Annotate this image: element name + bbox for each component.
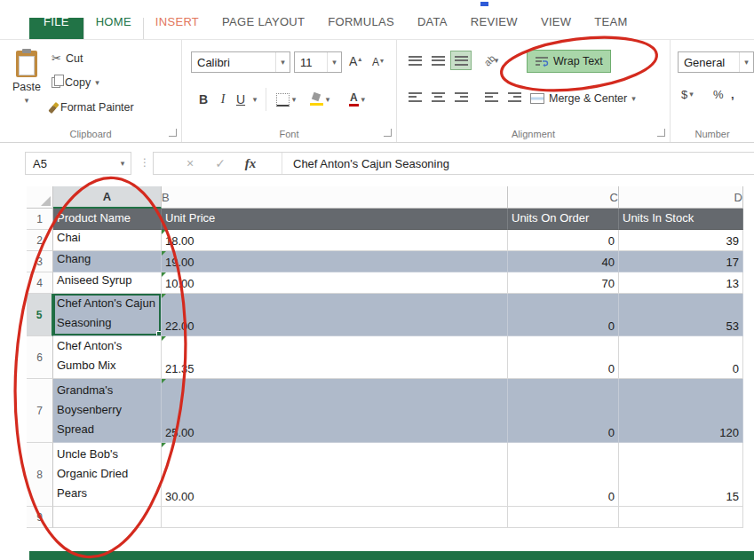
number-format-select[interactable]: General ▾ bbox=[678, 51, 754, 73]
align-right-button[interactable] bbox=[450, 87, 472, 106]
cell-c8[interactable]: 0 bbox=[508, 443, 619, 507]
fill-color-dropdown-arrow-icon[interactable]: ▾ bbox=[326, 96, 330, 104]
cell-d1[interactable]: Units In Stock bbox=[619, 209, 743, 230]
row-header-8[interactable]: 8 bbox=[27, 443, 53, 507]
underline-dropdown-arrow-icon[interactable]: ▾ bbox=[253, 96, 258, 104]
shrink-font-button[interactable]: A ▾ bbox=[372, 56, 384, 68]
currency-format-button[interactable]: $ ▾ bbox=[681, 88, 694, 101]
alignment-dialog-launcher-icon[interactable] bbox=[657, 129, 665, 137]
format-painter-button[interactable]: Format Painter bbox=[52, 101, 134, 114]
tab-formulas[interactable]: FORMULAS bbox=[316, 18, 406, 39]
cancel-button[interactable]: × bbox=[175, 156, 205, 170]
tab-team[interactable]: TEAM bbox=[583, 18, 639, 39]
cell-d3[interactable]: 17 bbox=[619, 251, 743, 272]
name-box[interactable]: A5 ▾ bbox=[25, 152, 131, 175]
tab-page-layout[interactable]: PAGE LAYOUT bbox=[210, 18, 316, 39]
cell-d4[interactable]: 13 bbox=[619, 272, 743, 294]
align-middle-button[interactable] bbox=[427, 51, 448, 70]
cell-d8[interactable]: 15 bbox=[619, 443, 743, 507]
tab-home[interactable]: HOME bbox=[83, 18, 144, 39]
paste-button[interactable]: Paste ▾ bbox=[5, 47, 48, 129]
clipboard-dialog-launcher-icon[interactable] bbox=[169, 129, 177, 137]
currency-dropdown-arrow-icon[interactable]: ▾ bbox=[689, 91, 694, 99]
cell-d7[interactable]: 120 bbox=[619, 379, 743, 443]
cell-c3[interactable]: 40 bbox=[508, 251, 619, 272]
font-name-dropdown-arrow-icon[interactable]: ▾ bbox=[281, 59, 285, 67]
row-header-6[interactable]: 6 bbox=[27, 336, 53, 379]
cell-a2[interactable]: Chai bbox=[53, 230, 162, 251]
cell-a1[interactable]: Product Name bbox=[53, 209, 162, 230]
cell-b2[interactable]: 18.00 bbox=[162, 230, 508, 251]
borders-dropdown-arrow-icon[interactable]: ▾ bbox=[292, 96, 297, 104]
cell-c4[interactable]: 70 bbox=[508, 272, 619, 294]
cut-button[interactable]: ✂ Cut bbox=[52, 51, 83, 65]
paste-dropdown-arrow-icon[interactable]: ▾ bbox=[25, 97, 29, 105]
cell-c9[interactable] bbox=[508, 507, 619, 528]
copy-dropdown-arrow-icon[interactable]: ▾ bbox=[95, 79, 99, 87]
cell-a6[interactable]: Chef Anton's Gumbo Mix bbox=[53, 336, 162, 379]
tab-view[interactable]: VIEW bbox=[529, 18, 583, 39]
tab-data[interactable]: DATA bbox=[406, 18, 459, 39]
decrease-indent-button[interactable] bbox=[480, 87, 502, 106]
column-header-c[interactable]: C bbox=[508, 186, 619, 209]
cell-c7[interactable]: 0 bbox=[508, 379, 619, 443]
grow-font-button[interactable]: A ▴ bbox=[349, 54, 361, 68]
cell-b1[interactable]: Unit Price bbox=[162, 209, 508, 230]
cell-a7[interactable]: Grandma's Boysenberry Spread bbox=[53, 379, 162, 443]
merge-center-button[interactable]: Merge & Center ▾ bbox=[527, 87, 639, 110]
cell-c5[interactable]: 0 bbox=[508, 294, 619, 336]
row-header-4[interactable]: 4 bbox=[27, 272, 53, 294]
font-color-button[interactable]: A ▾ bbox=[342, 88, 372, 111]
cell-c2[interactable]: 0 bbox=[508, 230, 619, 251]
font-name-select[interactable]: Calibri ▾ bbox=[191, 51, 290, 73]
font-size-dropdown-arrow-icon[interactable]: ▾ bbox=[332, 59, 337, 67]
cell-c1[interactable]: Units On Order bbox=[508, 209, 619, 230]
cell-c6[interactable]: 0 bbox=[508, 336, 619, 379]
align-left-button[interactable] bbox=[404, 87, 425, 106]
cell-d9[interactable] bbox=[619, 507, 743, 528]
underline-button[interactable]: U bbox=[234, 88, 248, 111]
insert-function-button[interactable]: fx bbox=[235, 156, 266, 171]
merge-center-dropdown-arrow-icon[interactable]: ▾ bbox=[631, 95, 636, 103]
cell-d6[interactable]: 0 bbox=[619, 336, 743, 379]
formula-bar-grip-icon[interactable]: ⋮ bbox=[139, 156, 150, 169]
borders-button[interactable]: ▾ bbox=[273, 88, 299, 111]
tab-review[interactable]: REVIEW bbox=[459, 18, 529, 39]
align-bottom-button[interactable] bbox=[450, 51, 472, 70]
font-dialog-launcher-icon[interactable] bbox=[384, 129, 392, 137]
cell-b4[interactable]: 10.00 bbox=[162, 272, 508, 294]
wrap-text-button[interactable]: Wrap Text bbox=[527, 50, 611, 73]
bold-button[interactable]: B bbox=[194, 88, 212, 111]
fill-handle[interactable] bbox=[156, 331, 161, 335]
cell-a8[interactable]: Uncle Bob's Organic Dried Pears bbox=[53, 443, 162, 507]
formula-input[interactable]: Chef Anton's Cajun Seasoning bbox=[288, 157, 449, 170]
row-header-9[interactable]: 9 bbox=[27, 507, 53, 528]
align-center-button[interactable] bbox=[427, 87, 448, 106]
row-header-1[interactable]: 1 bbox=[27, 209, 53, 230]
percent-format-button[interactable]: % bbox=[713, 88, 724, 101]
column-header-a[interactable]: A bbox=[53, 186, 162, 209]
row-header-2[interactable]: 2 bbox=[27, 230, 53, 251]
enter-button[interactable]: ✓ bbox=[205, 156, 235, 170]
row-header-3[interactable]: 3 bbox=[27, 251, 53, 272]
cell-a5-selected[interactable]: Chef Anton's Cajun Seasoning bbox=[53, 294, 162, 336]
orientation-button[interactable]: ab▾ bbox=[480, 51, 502, 70]
cell-b9[interactable] bbox=[162, 507, 508, 528]
cell-b6[interactable]: 21.35 bbox=[162, 336, 508, 379]
cell-a9[interactable] bbox=[53, 507, 162, 528]
copy-button[interactable]: Copy ▾ bbox=[52, 76, 99, 89]
cell-d5[interactable]: 53 bbox=[619, 294, 743, 336]
select-all-corner[interactable] bbox=[27, 186, 53, 209]
cell-b8[interactable]: 30.00 bbox=[162, 443, 508, 507]
comma-format-button[interactable]: , bbox=[731, 88, 734, 101]
tab-insert[interactable]: INSERT bbox=[144, 18, 210, 39]
cell-d2[interactable]: 39 bbox=[619, 230, 743, 251]
cell-b3[interactable]: 19.00 bbox=[162, 251, 508, 272]
number-format-dropdown-arrow-icon[interactable]: ▾ bbox=[744, 59, 749, 67]
italic-button[interactable]: I bbox=[216, 88, 230, 111]
name-box-dropdown-arrow-icon[interactable]: ▾ bbox=[121, 160, 125, 168]
row-header-7[interactable]: 7 bbox=[27, 379, 53, 443]
font-color-dropdown-arrow-icon[interactable]: ▾ bbox=[361, 96, 366, 104]
cell-b7[interactable]: 25.00 bbox=[162, 379, 508, 443]
cell-a3[interactable]: Chang bbox=[53, 251, 162, 272]
